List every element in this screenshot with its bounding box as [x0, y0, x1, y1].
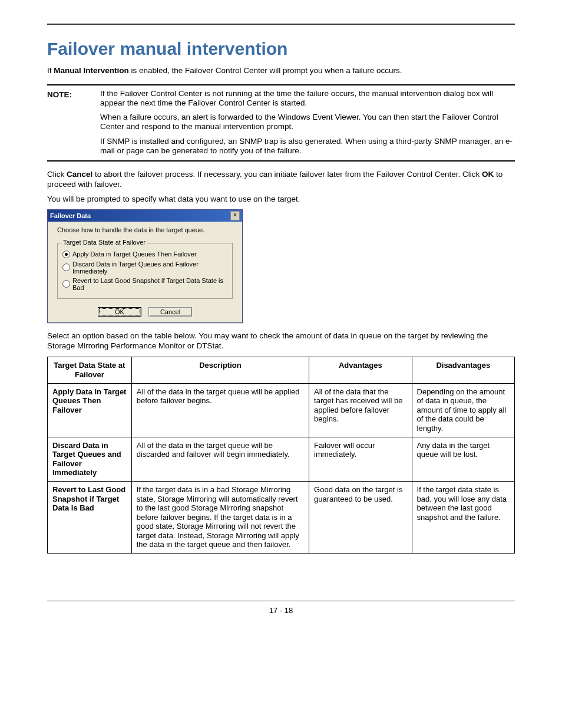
- radio-option-apply[interactable]: Apply Data in Target Queues Then Failove…: [62, 251, 227, 258]
- failover-data-dialog: Failover Data × Choose how to handle the…: [47, 209, 243, 323]
- intro-bold: Manual Intervention: [54, 66, 129, 75]
- table-row: Apply Data in Target Queues Then Failove…: [48, 383, 515, 437]
- radio-label: Revert to Last Good Snapshot if Target D…: [72, 277, 227, 291]
- ok-button[interactable]: OK: [98, 307, 141, 317]
- table-row: Discard Data in Target Queues and Failov…: [48, 437, 515, 481]
- radio-icon: [62, 263, 70, 271]
- row-name: Apply Data in Target Queues Then Failove…: [48, 383, 132, 437]
- note-p2: When a failure occurs, an alert is forwa…: [100, 113, 515, 131]
- th-state: Target Data State at Failover: [48, 357, 132, 383]
- radio-icon: [62, 280, 70, 288]
- row-adv: Failover will occur immediately.: [309, 437, 412, 481]
- dialog-titlebar: Failover Data ×: [48, 210, 242, 222]
- note-block: NOTE: If the Failover Control Center is …: [47, 84, 515, 162]
- row-dis: Any data in the target queue will be los…: [412, 437, 514, 481]
- cancel-button[interactable]: Cancel: [148, 307, 192, 317]
- options-table: Target Data State at Failover Descriptio…: [47, 357, 515, 554]
- row-name: Revert to Last Good Snapshot if Target D…: [48, 481, 132, 553]
- page-number: 17 - 18: [269, 606, 293, 615]
- close-icon[interactable]: ×: [230, 211, 240, 220]
- target-data-state-group: Target Data State at Failover Apply Data…: [57, 243, 233, 299]
- select-option-paragraph: Select an option based on the table belo…: [47, 331, 515, 351]
- radio-option-revert[interactable]: Revert to Last Good Snapshot if Target D…: [62, 277, 227, 291]
- dialog-title: Failover Data: [50, 212, 91, 219]
- row-desc: All of the data in the target queue will…: [131, 437, 309, 481]
- p1-cancel: Cancel: [67, 170, 92, 179]
- table-row: Revert to Last Good Snapshot if Target D…: [48, 481, 515, 553]
- note-p1: If the Failover Control Center is not ru…: [100, 89, 515, 108]
- radio-icon: [62, 251, 70, 258]
- row-adv: Good data on the target is guaranteed to…: [309, 481, 412, 553]
- p1-ok: OK: [482, 170, 494, 179]
- intro-paragraph: If Manual Intervention is enabled, the F…: [47, 66, 515, 76]
- table-header-row: Target Data State at Failover Descriptio…: [48, 357, 515, 383]
- dialog-instruction: Choose how to handle the data in the tar…: [57, 226, 233, 233]
- th-advantages: Advantages: [309, 357, 412, 383]
- row-desc: All of the data in the target queue will…: [131, 383, 309, 437]
- intro-pre: If: [47, 66, 54, 75]
- group-legend: Target Data State at Failover: [61, 239, 147, 246]
- p1-mid: to abort the failover process. If necess…: [92, 170, 482, 179]
- row-name: Discard Data in Target Queues and Failov…: [48, 437, 132, 481]
- row-desc: If the target data is in a bad Storage M…: [131, 481, 309, 553]
- footer: 17 - 18: [47, 601, 515, 615]
- note-p3: If SNMP is installed and configured, an …: [100, 137, 515, 156]
- note-label: NOTE:: [47, 89, 100, 99]
- radio-option-discard[interactable]: Discard Data in Target Queues and Failov…: [62, 261, 227, 275]
- top-rule: [47, 24, 515, 25]
- th-disadvantages: Disadvantages: [412, 357, 514, 383]
- prompt-paragraph: You will be prompted to specify what dat…: [47, 195, 515, 205]
- radio-label: Apply Data in Target Queues Then Failove…: [72, 251, 197, 258]
- page-title: Failover manual intervention: [47, 39, 515, 59]
- click-cancel-paragraph: Click Cancel to abort the failover proce…: [47, 170, 515, 190]
- row-adv: All of the data that the target has rece…: [309, 383, 412, 437]
- p1-pre: Click: [47, 170, 67, 179]
- row-dis: Depending on the amount of data in queue…: [412, 383, 514, 437]
- row-dis: If the target data state is bad, you wil…: [412, 481, 514, 553]
- th-description: Description: [131, 357, 309, 383]
- intro-post: is enabled, the Failover Control Center …: [129, 66, 402, 75]
- note-content: If the Failover Control Center is not ru…: [100, 89, 515, 157]
- radio-label: Discard Data in Target Queues and Failov…: [72, 261, 227, 275]
